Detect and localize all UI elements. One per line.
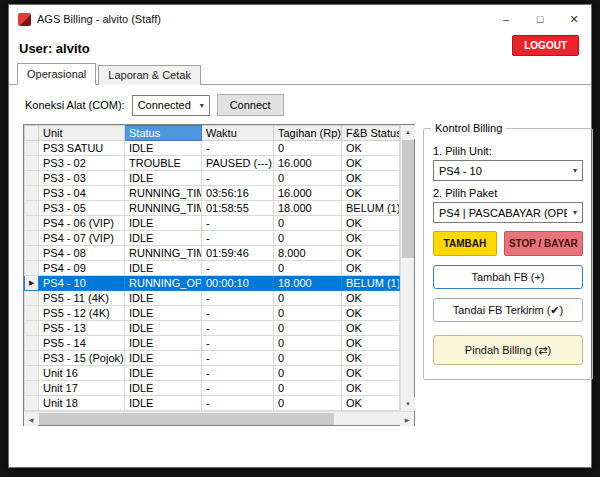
- cell-waktu[interactable]: -: [202, 381, 274, 396]
- cell-tagihan[interactable]: 0: [274, 171, 342, 186]
- cell-status[interactable]: RUNNING_TIMER: [125, 186, 202, 201]
- cell-unit[interactable]: Unit 18: [39, 396, 125, 411]
- column-header-status[interactable]: Status: [125, 126, 202, 141]
- cell-status[interactable]: IDLE: [125, 396, 202, 411]
- scroll-left-icon[interactable]: ◀: [24, 412, 38, 426]
- cell-waktu[interactable]: 00:00:10: [202, 276, 274, 291]
- row-selector[interactable]: [25, 171, 39, 186]
- column-header-fb[interactable]: F&B Status: [342, 126, 400, 141]
- cell-tagihan[interactable]: 0: [274, 366, 342, 381]
- table-row[interactable]: Unit 16IDLE-0OK: [25, 366, 400, 381]
- row-selector[interactable]: [25, 336, 39, 351]
- cell-fb[interactable]: OK: [342, 186, 400, 201]
- cell-fb[interactable]: OK: [342, 381, 400, 396]
- column-header-waktu[interactable]: Waktu: [202, 126, 274, 141]
- cell-tagihan[interactable]: 0: [274, 336, 342, 351]
- tandai-fb-terkirim-button[interactable]: Tandai FB Terkirim (✔): [433, 298, 583, 322]
- cell-fb[interactable]: OK: [342, 171, 400, 186]
- cell-unit[interactable]: PS5 - 12 (4K): [39, 306, 125, 321]
- maximize-button[interactable]: □: [523, 5, 557, 33]
- cell-status[interactable]: RUNNING_TIMER: [125, 201, 202, 216]
- cell-tagihan[interactable]: 16.000: [274, 186, 342, 201]
- cell-tagihan[interactable]: 0: [274, 216, 342, 231]
- cell-waktu[interactable]: -: [202, 231, 274, 246]
- cell-waktu[interactable]: 03:56:16: [202, 186, 274, 201]
- cell-tagihan[interactable]: 18.000: [274, 201, 342, 216]
- cell-tagihan[interactable]: 0: [274, 231, 342, 246]
- cell-fb[interactable]: OK: [342, 231, 400, 246]
- cell-unit[interactable]: Unit 16: [39, 366, 125, 381]
- cell-tagihan[interactable]: 0: [274, 291, 342, 306]
- cell-waktu[interactable]: -: [202, 321, 274, 336]
- tambah-button[interactable]: TAMBAH: [433, 231, 497, 256]
- title-bar[interactable]: AGS Billing - alvito (Staff) – □ ✕: [9, 5, 591, 33]
- cell-unit[interactable]: PS3 - 15 (Pojok): [39, 351, 125, 366]
- pilih-paket-select[interactable]: PS4 | PASCABAYAR (OPEN) (Rp 6.000 / ▾: [433, 202, 583, 223]
- cell-waktu[interactable]: -: [202, 396, 274, 411]
- minimize-button[interactable]: –: [489, 5, 523, 33]
- vertical-scroll-thumb[interactable]: [402, 140, 414, 258]
- cell-unit[interactable]: PS5 - 11 (4K): [39, 291, 125, 306]
- pilih-unit-select[interactable]: PS4 - 10 ▾: [433, 160, 583, 181]
- cell-status[interactable]: IDLE: [125, 216, 202, 231]
- horizontal-scrollbar[interactable]: ◀ ▶: [24, 411, 414, 425]
- cell-fb[interactable]: OK: [342, 336, 400, 351]
- cell-unit[interactable]: PS5 - 13: [39, 321, 125, 336]
- tab-operasional[interactable]: Operasional: [17, 63, 96, 85]
- cell-waktu[interactable]: -: [202, 141, 274, 156]
- row-selector[interactable]: [25, 306, 39, 321]
- cell-status[interactable]: IDLE: [125, 306, 202, 321]
- cell-fb[interactable]: OK: [342, 396, 400, 411]
- cell-unit[interactable]: PS3 - 04: [39, 186, 125, 201]
- row-selector[interactable]: [25, 351, 39, 366]
- cell-fb[interactable]: OK: [342, 141, 400, 156]
- cell-fb[interactable]: OK: [342, 366, 400, 381]
- cell-waktu[interactable]: -: [202, 291, 274, 306]
- cell-status[interactable]: IDLE: [125, 336, 202, 351]
- current-row-indicator-icon[interactable]: ▶: [25, 276, 39, 291]
- cell-status[interactable]: IDLE: [125, 231, 202, 246]
- cell-status[interactable]: IDLE: [125, 141, 202, 156]
- cell-unit[interactable]: Unit 17: [39, 381, 125, 396]
- cell-unit[interactable]: PS4 - 08: [39, 246, 125, 261]
- cell-waktu[interactable]: -: [202, 351, 274, 366]
- tambah-fb-button[interactable]: Tambah FB (+): [433, 265, 583, 289]
- stop-bayar-button[interactable]: STOP / BAYAR: [504, 231, 583, 256]
- table-row[interactable]: PS3 - 04RUNNING_TIMER03:56:1616.000OK: [25, 186, 400, 201]
- cell-fb[interactable]: OK: [342, 246, 400, 261]
- cell-unit[interactable]: PS3 - 02: [39, 156, 125, 171]
- cell-tagihan[interactable]: 0: [274, 351, 342, 366]
- cell-fb[interactable]: OK: [342, 351, 400, 366]
- table-row[interactable]: PS3 - 15 (Pojok)IDLE-0OK: [25, 351, 400, 366]
- table-row[interactable]: PS5 - 13IDLE-0OK: [25, 321, 400, 336]
- cell-tagihan[interactable]: 18.000: [274, 276, 342, 291]
- cell-unit[interactable]: PS3 SATUU: [39, 141, 125, 156]
- cell-waktu[interactable]: PAUSED (---): [202, 156, 274, 171]
- cell-waktu[interactable]: -: [202, 171, 274, 186]
- horizontal-scroll-thumb[interactable]: [39, 413, 334, 425]
- pindah-billing-button[interactable]: Pindah Billing (⇄): [433, 335, 583, 365]
- row-selector[interactable]: [25, 381, 39, 396]
- cell-tagihan[interactable]: 0: [274, 381, 342, 396]
- table-row[interactable]: PS3 - 03IDLE-0OK: [25, 171, 400, 186]
- table-row[interactable]: PS3 - 05RUNNING_TIMER01:58:5518.000BELUM…: [25, 201, 400, 216]
- scroll-right-icon[interactable]: ▶: [400, 412, 414, 426]
- cell-fb[interactable]: BELUM (1): [342, 276, 400, 291]
- cell-status[interactable]: TROUBLE: [125, 156, 202, 171]
- cell-status[interactable]: IDLE: [125, 381, 202, 396]
- cell-unit[interactable]: PS4 - 06 (VIP): [39, 216, 125, 231]
- row-selector[interactable]: [25, 156, 39, 171]
- cell-tagihan[interactable]: 0: [274, 261, 342, 276]
- row-selector[interactable]: [25, 261, 39, 276]
- table-row[interactable]: Unit 17IDLE-0OK: [25, 381, 400, 396]
- cell-fb[interactable]: OK: [342, 156, 400, 171]
- cell-status[interactable]: IDLE: [125, 291, 202, 306]
- com-port-select[interactable]: Connected ▾: [132, 95, 210, 116]
- cell-waktu[interactable]: -: [202, 336, 274, 351]
- table-row[interactable]: PS5 - 12 (4K)IDLE-0OK: [25, 306, 400, 321]
- cell-waktu[interactable]: -: [202, 306, 274, 321]
- cell-status[interactable]: RUNNING_OPEN: [125, 276, 202, 291]
- cell-tagihan[interactable]: 0: [274, 141, 342, 156]
- cell-status[interactable]: RUNNING_TIMER: [125, 246, 202, 261]
- vertical-scrollbar[interactable]: ▲ ▼: [400, 125, 414, 411]
